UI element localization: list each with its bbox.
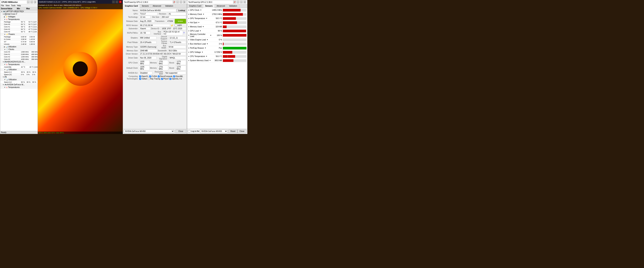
menu-help[interactable]: Help [17, 4, 21, 6]
tab-graphics-card[interactable]: Graphics Card [123, 4, 140, 8]
cb-opencl-input[interactable] [139, 75, 141, 77]
sensor-ve-load-expand[interactable]: ▼ [188, 39, 190, 41]
sensor-sys-mem-drop[interactable]: ▼ [209, 60, 211, 61]
gpuz-left-close-btn[interactable]: ✕ [183, 1, 186, 3]
tab-advanced-left[interactable]: Advanced [151, 4, 163, 8]
gpuz-sensors-close-btn[interactable]: ✕ [244, 1, 246, 3]
sensor-gpu-voltage-bar [223, 51, 232, 54]
tree-gpu-temps[interactable]: ▼ 🌡 Temperatures [0, 86, 38, 89]
furmark-close-btn[interactable]: ✕ [119, 0, 122, 3]
sensor-gpu-clock-expand[interactable]: ▼ [188, 9, 190, 11]
gpuz-left-gpu-select[interactable]: NVIDIA GeForce MX450 [124, 129, 174, 133]
sensor-gpu-temp-expand[interactable]: ▼ [188, 17, 190, 19]
space-e-max: 90 % [32, 81, 38, 83]
furmark-minimize-btn[interactable]: ─ [112, 0, 115, 3]
pixel-fill-value: 20.4 GPixel/s [139, 41, 156, 44]
sensor-mem-clock-drop[interactable]: ▼ [203, 13, 204, 15]
tab-validation-sensors[interactable]: Validation [227, 4, 239, 8]
tree-voltages[interactable]: ▶ ⚡ Voltages [0, 15, 38, 18]
gpuz-sensors-gpu-select[interactable]: NVIDIA GeForce MX450 [200, 129, 228, 133]
gpuz-left-close-button[interactable]: Close [176, 129, 186, 133]
sensor-mem-used-expand[interactable]: ▼ [188, 26, 190, 28]
temp-core3-min: 48 °C (118... [28, 31, 38, 33]
menu-file[interactable]: File [1, 4, 4, 6]
sensor-cpu-temp-drop[interactable]: ▼ [206, 55, 207, 57]
sensors-reset-button[interactable]: Reset [228, 129, 238, 133]
sensor-hot-spot-drop[interactable]: ▼ [198, 22, 200, 23]
sensor-gpu-voltage-expand[interactable]: ▼ [188, 51, 190, 53]
tree-drive2[interactable]: ▼ 💾 [0, 76, 38, 78]
gpuz-sensors-footer: Log to file NVIDIA GeForce MX450 Reset C… [187, 129, 247, 134]
hwmonitor-minimize-btn[interactable]: ─ [27, 1, 30, 3]
power-uncore-row: Uncore 2.48 W 1.98 W 2.81 W [0, 43, 38, 45]
tree-powers[interactable]: ▼ ⚡ Powers [0, 33, 38, 36]
power-gt-label: GT [4, 41, 21, 43]
cb-dc-input[interactable] [158, 75, 160, 77]
log-to-file-checkbox[interactable] [188, 130, 190, 132]
die-label: Die Size [151, 16, 160, 18]
flash-bios-icon[interactable]: ⚡ [170, 24, 174, 27]
tree-drive-temps[interactable]: ▼ 🌡 Temperatures [0, 63, 38, 66]
menu-view[interactable]: View [6, 4, 10, 6]
furmark-viewport[interactable]: FurMark v1.21.2.0 - Burn-in test, 2560x1… [38, 4, 123, 134]
cb-opengl-input[interactable] [170, 78, 171, 80]
sensor-mem-used-drop[interactable]: ▼ [202, 26, 204, 27]
sensor-perfcap-drop[interactable]: ▼ [205, 47, 206, 49]
cb-dc-label: DirectCompute [160, 75, 172, 77]
sensor-gpu-load-expand[interactable]: ▼ [188, 30, 190, 32]
tree-computer[interactable]: ▼ 💻 LAPTOP-UBQG79QV [0, 10, 38, 13]
tab-validation-left[interactable]: Validation [163, 4, 175, 8]
cb-cuda-input[interactable] [149, 75, 151, 77]
gpuz-sensors-pin-btn[interactable]: 📌 [233, 1, 236, 3]
boost-val: 1275 MHz [176, 60, 186, 65]
sensor-hot-spot-expand[interactable]: ▼ [188, 22, 190, 23]
sensor-gpu-clock-drop[interactable]: ▼ [200, 9, 202, 11]
furmark-restore-btn[interactable]: □ [116, 0, 118, 3]
tree-drive-util[interactable]: ▼ 📊 Utilization [0, 68, 38, 71]
tree-cpu[interactable]: ▼ 🔲 Intel Core i7 [0, 13, 38, 15]
sensor-gpu-voltage-drop[interactable]: ▼ [202, 51, 203, 53]
sensor-mc-load-expand[interactable]: ▼ [188, 34, 190, 36]
sensor-bi-load-drop[interactable]: ▼ [206, 43, 208, 45]
tree-clocks[interactable]: ▼ 🕐 Clocks [0, 48, 38, 51]
tree-util-cpu[interactable]: ▶ 📊 Utilization [0, 45, 38, 48]
sensor-mc-load-drop[interactable]: ▼ [210, 34, 212, 36]
tab-sensors-active[interactable]: Sensors [203, 4, 214, 8]
cb-rt-input[interactable] [148, 78, 150, 80]
bus-info-icon[interactable]: ? [184, 32, 186, 34]
gpuz-left-restore-btn[interactable]: □ [180, 1, 182, 3]
sensor-perfcap-expand[interactable]: ▼ [188, 47, 190, 49]
tab-graphics-sensors[interactable]: Graphics Card [187, 4, 203, 8]
sensor-bi-load-expand[interactable]: ▼ [188, 43, 190, 45]
tree-drive2-util[interactable]: ▼ 📊 Utilization [0, 78, 38, 81]
tree-temperatures[interactable]: ▼ 🌡 Temperatures [0, 18, 38, 21]
hwmonitor-restore-btn[interactable]: □ [30, 1, 33, 3]
gpuz-sensors-minimize-btn[interactable]: ─ [237, 1, 239, 3]
cb-directml-input[interactable] [173, 75, 175, 77]
tree-gpu[interactable]: ▼ 🎮 NVIDIA GeForce M... [0, 83, 38, 86]
sensor-mem-used-label: ▼ Memory Used ▼ [188, 26, 212, 28]
tree-drive[interactable]: ▼ 💾 KBG40ZNV512G KI... [0, 61, 38, 63]
sensor-gpu-temp-drop[interactable]: ▼ [206, 17, 207, 19]
sensor-cpu-temp-expand[interactable]: ▼ [188, 55, 190, 57]
tab-sensors-left[interactable]: Sensors [140, 4, 151, 8]
sensors-close-button[interactable]: Close [238, 129, 246, 133]
transistors-value: 4700M [166, 20, 174, 23]
cb-physx-input[interactable] [161, 78, 163, 80]
hwmonitor-close-btn[interactable]: ✕ [34, 1, 36, 3]
log-to-file-area: Log to file [188, 130, 199, 132]
lookup-button[interactable]: Lookup [176, 9, 186, 12]
gpuz-left-minimize-btn[interactable]: ─ [176, 1, 179, 3]
furmark-overlay: FurMark v1.21.2.0 - Burn-in test, 2560x1… [38, 4, 123, 9]
sensor-gpu-load-drop[interactable]: ▼ [200, 30, 201, 32]
sensor-mem-clock-expand[interactable]: ▼ [188, 13, 190, 15]
gpuz-left-pin-btn[interactable]: 📌 [173, 1, 176, 3]
sensor-sys-mem-expand[interactable]: ▼ [188, 60, 190, 61]
uefi-checkbox[interactable] [175, 24, 177, 27]
hwmonitor-body[interactable]: ▼ 💻 LAPTOP-UBQG79QV ▼ 🔲 Intel Core i7 ▶ … [0, 10, 38, 131]
menu-tools[interactable]: Tools [11, 4, 16, 6]
tab-advanced-sensors[interactable]: Advanced [215, 4, 227, 8]
gpuz-sensors-restore-btn[interactable]: □ [240, 1, 243, 3]
sensor-ve-load-drop[interactable]: ▼ [206, 39, 208, 40]
cb-vulkan-input[interactable] [139, 78, 141, 80]
